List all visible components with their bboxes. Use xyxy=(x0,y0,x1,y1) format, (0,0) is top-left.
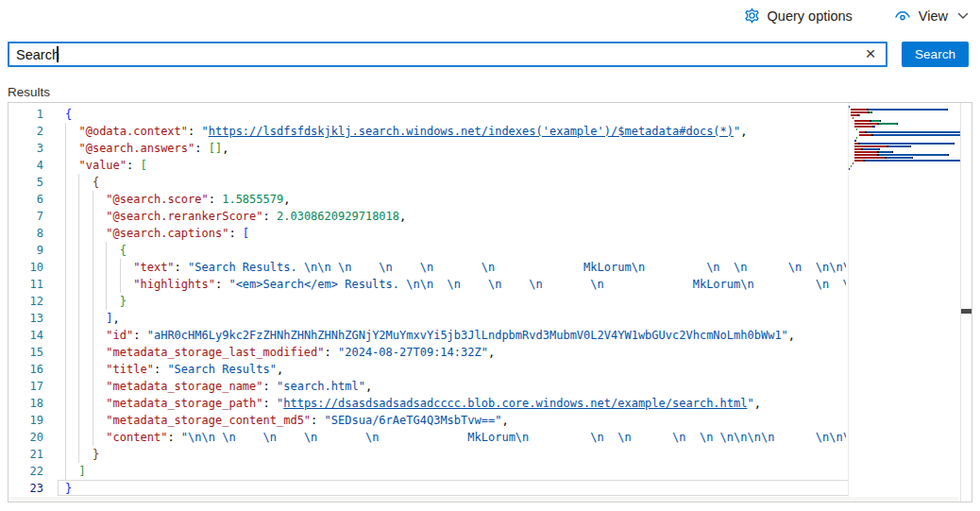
line-number[interactable]: 15 xyxy=(8,344,50,361)
code-line[interactable]: } xyxy=(65,446,846,463)
code-line[interactable]: "value": [ xyxy=(65,157,846,174)
search-button[interactable]: Search xyxy=(902,42,969,67)
code-line[interactable]: "text": "Search Results. \n\n \n \n \n \… xyxy=(65,259,846,276)
minimap-line xyxy=(849,168,960,170)
minimap-line xyxy=(849,128,960,130)
text-caret xyxy=(57,46,59,62)
line-number[interactable]: 8 xyxy=(8,225,50,242)
gear-icon xyxy=(744,8,760,24)
search-input[interactable] xyxy=(8,42,887,67)
minimap[interactable] xyxy=(848,103,960,497)
code-line[interactable]: ], xyxy=(65,310,846,327)
line-number[interactable]: 6 xyxy=(8,191,50,208)
line-number[interactable]: 22 xyxy=(8,463,50,480)
line-number[interactable]: 4 xyxy=(8,157,50,174)
json-link[interactable]: https://dsasdsadsadsadcccc.blob.core.win… xyxy=(283,397,747,410)
line-number[interactable]: 23 xyxy=(8,480,50,497)
line-number[interactable]: 19 xyxy=(8,412,50,429)
results-json-editor[interactable]: 1234567891011121314151617181920212223 { … xyxy=(8,102,972,502)
minimap-line xyxy=(849,137,960,139)
minimap-line xyxy=(849,165,960,167)
view-label: View xyxy=(919,9,948,24)
minimap-line xyxy=(849,123,960,125)
minimap-line xyxy=(849,154,960,156)
line-number[interactable]: 3 xyxy=(8,140,50,157)
minimap-line xyxy=(849,109,960,111)
code-line[interactable]: { xyxy=(65,174,846,191)
code-line[interactable]: "title": "Search Results", xyxy=(65,361,846,378)
line-number[interactable]: 14 xyxy=(8,327,50,344)
line-number[interactable]: 1 xyxy=(8,106,50,123)
line-number[interactable]: 20 xyxy=(8,429,50,446)
minimap-line xyxy=(849,111,960,113)
line-number[interactable]: 17 xyxy=(8,378,50,395)
chevron-down-icon xyxy=(957,12,969,20)
horizontal-scrollbar[interactable] xyxy=(8,497,958,502)
code-line[interactable]: { xyxy=(65,242,846,259)
minimap-line xyxy=(849,162,960,164)
search-explorer: Query options View × Search R xyxy=(0,0,980,511)
minimap-line xyxy=(849,140,960,142)
view-icon xyxy=(894,9,911,23)
search-bar: × Search xyxy=(8,42,969,67)
code-line[interactable]: "@search.score": 1.5855579, xyxy=(65,191,846,208)
scrollbar-track[interactable] xyxy=(960,103,972,502)
line-number[interactable]: 10 xyxy=(8,259,50,276)
minimap-line xyxy=(849,157,960,159)
toolbar: Query options View xyxy=(744,8,969,24)
clear-search-icon[interactable]: × xyxy=(860,43,881,65)
line-number[interactable]: 5 xyxy=(8,174,50,191)
code-line[interactable]: } xyxy=(65,293,846,310)
code-line[interactable]: "highlights": "<em>Search</em> Results. … xyxy=(65,276,846,293)
code-line[interactable]: "metadata_storage_last_modified": "2024-… xyxy=(65,344,846,361)
line-number[interactable]: 7 xyxy=(8,208,50,225)
minimap-line xyxy=(849,134,960,136)
search-input-wrap: × xyxy=(8,42,887,67)
line-number[interactable]: 12 xyxy=(8,293,50,310)
minimap-line xyxy=(849,143,960,145)
line-number[interactable]: 9 xyxy=(8,242,50,259)
line-number[interactable]: 16 xyxy=(8,361,50,378)
code-line[interactable]: "metadata_storage_name": "search.html", xyxy=(65,378,846,395)
code-line[interactable]: "@search.answers": [], xyxy=(65,140,846,157)
minimap-line xyxy=(849,120,960,122)
code-line[interactable]: "id": "aHR0cHM6Ly9kc2FzZHNhZHNhZHNhZGNjY… xyxy=(65,327,846,344)
code-line[interactable]: "content": "\n\n \n \n \n \n MkLorum\n \… xyxy=(65,429,846,446)
minimap-line xyxy=(849,151,960,153)
minimap-line xyxy=(849,148,960,150)
view-button[interactable]: View xyxy=(894,9,969,24)
code-line[interactable]: { xyxy=(65,106,846,123)
code-line[interactable]: ] xyxy=(65,463,846,480)
line-number[interactable]: 18 xyxy=(8,395,50,412)
line-number-gutter: 1234567891011121314151617181920212223 xyxy=(8,106,50,497)
code-line[interactable]: "@search.rerankerScore": 2.0308620929718… xyxy=(65,208,846,225)
minimap-line xyxy=(849,126,960,128)
code-area[interactable]: { "@odata.context": "https://lsdfsfdskjk… xyxy=(65,106,846,497)
minimap-line xyxy=(849,106,960,108)
code-line[interactable]: } xyxy=(65,480,846,497)
query-options-label: Query options xyxy=(768,9,853,24)
query-options-button[interactable]: Query options xyxy=(744,8,853,24)
code-line[interactable]: "@odata.context": "https://lsdfsfdskjklj… xyxy=(65,123,846,140)
minimap-line xyxy=(849,131,960,133)
minimap-line xyxy=(849,160,960,162)
line-number[interactable]: 21 xyxy=(8,446,50,463)
code-line[interactable]: "@search.captions": [ xyxy=(65,225,846,242)
overview-cursor-marker xyxy=(961,309,972,314)
line-number[interactable]: 13 xyxy=(8,310,50,327)
line-number[interactable]: 11 xyxy=(8,276,50,293)
minimap-line xyxy=(849,114,960,116)
code-line[interactable]: "metadata_storage_path": "https://dsasds… xyxy=(65,395,846,412)
json-link[interactable]: https://lsdfsfdskjklj.search.windows.net… xyxy=(209,125,734,138)
minimap-line xyxy=(849,145,960,147)
code-line[interactable]: "metadata_storage_content_md5": "SEDsua/… xyxy=(65,412,846,429)
minimap-line xyxy=(849,117,960,119)
results-label: Results xyxy=(8,85,50,99)
line-number[interactable]: 2 xyxy=(8,123,50,140)
